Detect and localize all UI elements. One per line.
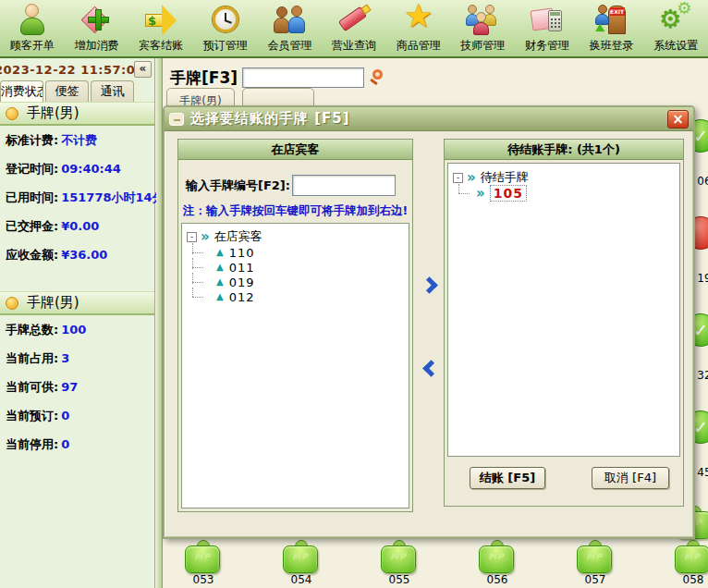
info-row: 当前占用:3 xyxy=(0,344,154,373)
dialog-titlebar[interactable]: 选择要结账的手牌 [F5] × xyxy=(165,107,693,131)
toolbar-item-settings[interactable]: ⚙⚙ 系统设置 xyxy=(643,2,708,56)
row-label: 标准计费: xyxy=(6,133,58,147)
row-label: 已交押金: xyxy=(6,219,58,233)
panel-header-tag-male-stats: 手牌(男) xyxy=(0,291,154,315)
tag-search-input[interactable] xyxy=(242,67,364,88)
toolbar-item-reservation[interactable]: 预订管理 xyxy=(193,2,258,56)
row-label: 当前占用: xyxy=(6,351,58,365)
up-arrow-icon: ▲ xyxy=(216,263,224,272)
row-value: 不计费 xyxy=(61,133,97,147)
tree-root-pending[interactable]: - » 待结手牌 xyxy=(448,169,679,186)
orange-ball-icon xyxy=(6,297,18,310)
info-row: 当前停用:0 xyxy=(0,430,154,459)
customer-order-icon xyxy=(15,2,50,37)
reservation-icon xyxy=(208,2,243,37)
app-window: 顾客开单 增加消费 $ 宾客结账 预订管理 会员管理 营业查询 ★ 商品管理 技… xyxy=(0,0,708,588)
row-label: 当前可供: xyxy=(6,380,58,394)
info-row: 已用时间:151778小时14分 xyxy=(0,183,154,212)
tree-item-tag[interactable]: ▲019 xyxy=(182,275,409,289)
tab-consume-status[interactable]: 消费状态 xyxy=(0,80,43,102)
business-query-icon xyxy=(336,2,372,37)
tree-item-tag[interactable]: ▲110 xyxy=(182,245,409,260)
tree-item-tag[interactable]: ▲012 xyxy=(182,289,409,304)
in-store-guests-panel: 在店宾客 输入手牌编号[F2]: 注：输入手牌按回车键即可将手牌加到右边! - … xyxy=(177,139,413,512)
toolbar-item-add-consume[interactable]: 增加消费 xyxy=(65,2,129,56)
toolbar-label: 系统设置 xyxy=(653,38,698,54)
sidebar-collapse-button[interactable]: « xyxy=(134,61,152,78)
hand-tag-icon[interactable]: MP xyxy=(283,540,320,574)
row-value: ¥0.00 xyxy=(61,219,99,233)
window-icon xyxy=(169,113,184,126)
cancel-button[interactable]: 取消 [F4] xyxy=(592,467,669,489)
settle-button[interactable]: 结账 [F5] xyxy=(470,467,545,489)
info-row: 当前预订:0 xyxy=(0,401,154,430)
left-panel-header: 在店宾客 xyxy=(178,140,412,160)
hand-tag-icon[interactable]: MP xyxy=(479,540,516,574)
info-row: 当前可供:97 xyxy=(0,373,154,401)
orange-ball-icon xyxy=(6,107,18,120)
move-left-icon[interactable] xyxy=(422,360,439,376)
tree-arrow-icon: » xyxy=(201,230,210,243)
finance-icon xyxy=(530,2,565,37)
toolbar-item-customer-order[interactable]: 顾客开单 xyxy=(0,2,65,56)
toolbar-item-business-query[interactable]: 营业查询 xyxy=(322,2,386,56)
tag-grid-label: 057 xyxy=(577,573,614,586)
row-label: 手牌总数: xyxy=(6,323,58,337)
hand-tag-icon[interactable]: MP xyxy=(381,540,418,574)
tab-message[interactable]: 通讯 xyxy=(91,80,134,102)
search-icon[interactable] xyxy=(370,69,388,88)
tree-item-tag[interactable]: ▲011 xyxy=(182,260,409,275)
toolbar-item-member[interactable]: 会员管理 xyxy=(258,2,323,56)
toolbar-label: 预订管理 xyxy=(203,38,248,54)
tab-memo[interactable]: 便签 xyxy=(45,80,89,102)
toolbar-item-product[interactable]: ★ 商品管理 xyxy=(386,2,451,56)
toolbar-item-finance[interactable]: 财务管理 xyxy=(515,2,580,56)
tag-number-label: 输入手牌编号[F2]: xyxy=(186,178,290,194)
row-label: 当前预订: xyxy=(6,409,58,423)
add-consume-icon xyxy=(79,2,114,37)
toolbar-item-guest-checkout[interactable]: $ 宾客结账 xyxy=(128,2,193,56)
page-title: 手牌[F3] xyxy=(170,67,238,89)
tree-root-in-store[interactable]: - » 在店宾客 xyxy=(182,228,409,245)
selected-tag-number[interactable]: 105 xyxy=(490,185,527,202)
hand-tag-icon[interactable]: MP xyxy=(675,540,708,574)
dialog-title: 选择要结账的手牌 [F5] xyxy=(190,110,667,128)
row-label: 应收金额: xyxy=(6,248,58,262)
move-right-icon[interactable] xyxy=(421,276,437,293)
close-icon[interactable]: × xyxy=(667,110,689,129)
tag-grid-label: 056 xyxy=(479,573,516,586)
hand-tag-icon[interactable]: MP xyxy=(185,540,222,574)
panel-title: 手牌(男) xyxy=(27,294,79,312)
toolbar-label: 商品管理 xyxy=(397,38,441,54)
toolbar-label: 会员管理 xyxy=(267,38,311,54)
row-value: ¥36.00 xyxy=(61,248,107,262)
settings-gears-icon: ⚙⚙ xyxy=(658,2,693,37)
tree-item-selected-tag[interactable]: » 105 xyxy=(448,186,679,201)
row-label: 登记时间: xyxy=(6,162,58,176)
in-store-tree: - » 在店宾客 ▲110 ▲011 ▲019 ▲012 xyxy=(181,223,409,508)
panel-title: 手牌(男) xyxy=(27,104,79,122)
tag-number-input[interactable] xyxy=(292,175,396,196)
up-arrow-icon: ▲ xyxy=(216,292,224,301)
tree-collapse-icon[interactable]: - xyxy=(187,232,197,242)
row-value: 0 xyxy=(61,437,69,451)
sidebar-divider[interactable] xyxy=(156,58,163,588)
toolbar-label: 顾客开单 xyxy=(10,38,55,54)
row-value: 0 xyxy=(61,409,69,423)
tag-grid-label: 053 xyxy=(185,573,222,586)
hand-tag-icon[interactable]: MP xyxy=(577,540,614,574)
row-value: 3 xyxy=(61,351,69,365)
info-row: 应收金额:¥36.00 xyxy=(0,240,154,269)
pending-tree: - » 待结手牌 » 105 xyxy=(447,163,680,457)
toolbar-item-shift-login[interactable]: EXIT 换班登录 xyxy=(580,2,644,56)
toolbar-label: 换班登录 xyxy=(590,38,634,54)
technician-icon xyxy=(465,2,500,37)
datetime-display: 2023-12-22 11:57:02 xyxy=(0,58,154,80)
tree-collapse-icon[interactable]: - xyxy=(453,173,463,183)
row-value: 09:40:44 xyxy=(61,162,121,176)
toolbar: 顾客开单 增加消费 $ 宾客结账 预订管理 会员管理 营业查询 ★ 商品管理 技… xyxy=(0,0,708,58)
toolbar-item-technician[interactable]: 技师管理 xyxy=(450,2,515,56)
toolbar-label: 技师管理 xyxy=(460,38,505,54)
tag-grid-label: 058 xyxy=(675,573,708,586)
member-icon xyxy=(272,2,307,37)
